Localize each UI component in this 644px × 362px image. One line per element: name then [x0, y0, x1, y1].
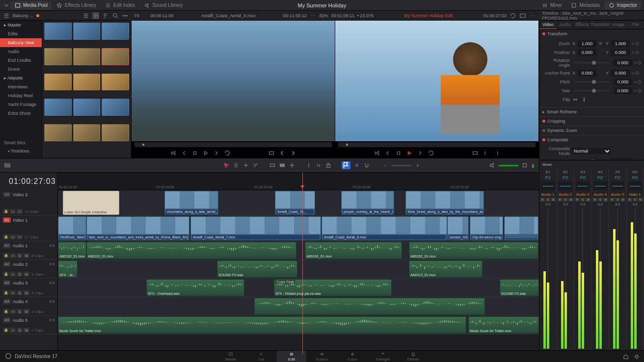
- media-thumb[interactable]: [44, 99, 72, 116]
- razor-icon[interactable]: [305, 162, 312, 169]
- insp-tab-file[interactable]: File: [627, 21, 644, 29]
- insert-icon[interactable]: [269, 162, 276, 169]
- mute-btn[interactable]: M: [24, 272, 29, 277]
- src-prev-icon[interactable]: [181, 150, 188, 156]
- strip-r-btn[interactable]: R: [592, 198, 597, 202]
- reset-icon[interactable]: [632, 52, 634, 53]
- strip-m-btn[interactable]: M: [568, 198, 573, 202]
- keyframe-icon[interactable]: [635, 42, 639, 46]
- enable-btn[interactable]: ▭: [10, 209, 16, 214]
- lock-btn[interactable]: 🔒: [3, 309, 9, 314]
- media-thumb[interactable]: [102, 74, 129, 91]
- page-tab-fairlight[interactable]: Fairlight: [368, 351, 398, 362]
- src-first-frame-icon[interactable]: [170, 150, 177, 156]
- enable-btn[interactable]: ▭: [10, 309, 16, 314]
- clip[interactable]: AA0113_01.mov: [409, 260, 483, 278]
- snap-icon[interactable]: [363, 162, 370, 169]
- strip-s-btn[interactable]: S: [545, 198, 550, 202]
- media-thumb[interactable]: [44, 48, 72, 65]
- strip-s-btn[interactable]: S: [563, 198, 568, 202]
- strip-m-btn[interactable]: M: [638, 198, 643, 202]
- rotation-input[interactable]: [614, 59, 632, 66]
- media-thumb[interactable]: [102, 99, 129, 116]
- page-tab-media[interactable]: Media: [216, 351, 245, 362]
- insp-composite[interactable]: Composite: [539, 135, 644, 144]
- media-thumb[interactable]: [73, 74, 101, 91]
- tl-stop-icon[interactable]: [395, 150, 402, 156]
- menu-effects-library[interactable]: Effects Library: [53, 1, 100, 10]
- menu-media-pool[interactable]: Media Pool: [11, 1, 52, 10]
- src-next-icon[interactable]: [213, 150, 220, 156]
- clip[interactable]: thick_forest_along_a_lake_by_the_mountai…: [405, 191, 484, 215]
- zoom-y-input[interactable]: [611, 40, 630, 47]
- clip[interactable]: AB0102_01.mov: [305, 242, 402, 259]
- strip-s-btn[interactable]: S: [633, 198, 638, 202]
- trim-tool-icon[interactable]: [233, 162, 240, 169]
- source-clip-name[interactable]: Amalfi_Coast_Aerial_8.mov: [201, 13, 256, 18]
- lock-icon[interactable]: [325, 162, 332, 169]
- zoom-slider[interactable]: [392, 165, 411, 166]
- view-mode-icon[interactable]: [519, 12, 526, 19]
- mixer-strip-a5[interactable]: A5 EQ Audio 5 RSM 0.0: [609, 169, 627, 350]
- source-viewer-image[interactable]: [132, 21, 335, 141]
- strip-s-btn[interactable]: S: [615, 198, 620, 202]
- keyframe-icon[interactable]: [635, 51, 639, 54]
- replace-icon[interactable]: [289, 162, 295, 169]
- insp-dynamic-zoom[interactable]: Dynamic Zoom: [539, 126, 644, 135]
- search-icon[interactable]: [112, 12, 119, 19]
- menu-metadata[interactable]: Metadata: [567, 1, 604, 10]
- keyframe-icon[interactable]: [635, 71, 639, 75]
- view-thumb-icon[interactable]: [92, 12, 99, 19]
- strip-m-btn[interactable]: M: [586, 198, 590, 202]
- media-thumb[interactable]: [44, 74, 72, 91]
- clip[interactable]: SFX - Je...: [58, 260, 78, 278]
- tl-in-icon[interactable]: [483, 150, 489, 156]
- insp-smart-reframe[interactable]: ▸Smart Reframe: [539, 107, 644, 116]
- enable-btn[interactable]: ▭: [17, 234, 23, 239]
- tl-next-icon[interactable]: [417, 150, 424, 156]
- track-lane-v2[interactable]: Lower 3rd Simple Underlinemountains_alon…: [58, 190, 539, 216]
- src-out-icon[interactable]: [290, 150, 296, 156]
- lock-btn[interactable]: 🔒: [3, 209, 9, 214]
- track-header-a2[interactable]: A2Audio 22.0 🔒▭SM5 Clips: [0, 260, 57, 279]
- page-tab-cut[interactable]: Cut: [246, 351, 276, 362]
- bin-item[interactable]: Edits: [0, 29, 42, 38]
- marker-tool-icon[interactable]: [353, 162, 360, 169]
- clip[interactable]: RedRock_Talent_3...: [58, 216, 86, 240]
- insp-tab-image[interactable]: Image: [610, 21, 627, 29]
- lock-btn[interactable]: 🔒: [3, 253, 9, 258]
- yaw-slider[interactable]: [574, 90, 610, 91]
- track-header-a4[interactable]: A4Audio 42.0 🔒▭SM3 Clips: [0, 297, 57, 316]
- volume-slider[interactable]: [499, 165, 518, 166]
- track-lane-a2[interactable]: SFX - Je...SOUND FX.wavAA0113_01.mov: [58, 260, 539, 279]
- clip[interactable]: AB0102_01.mov: [86, 242, 296, 259]
- overwrite-icon[interactable]: [279, 162, 286, 169]
- clip[interactable]: AB0102_01.mov: [58, 242, 86, 259]
- clip[interactable]: Music Score for Trailer.mov: [468, 316, 539, 334]
- solo-btn[interactable]: S: [17, 309, 23, 314]
- home-icon[interactable]: [622, 353, 629, 360]
- clip[interactable]: Amalfi_Coast_Aerial_8.mov: [322, 216, 447, 240]
- page-tab-edit[interactable]: Edit: [277, 351, 306, 362]
- solo-btn[interactable]: S: [17, 272, 23, 277]
- pitch-slider[interactable]: [574, 81, 610, 82]
- enable-btn[interactable]: ▭: [10, 272, 16, 277]
- dim-icon[interactable]: [521, 162, 528, 169]
- insp-transform-header[interactable]: Transform: [539, 29, 644, 38]
- clip[interactable]: Music Score for Trailer.mov: [58, 316, 466, 334]
- page-tab-fusion[interactable]: Fusion: [307, 351, 337, 362]
- smartbin-item[interactable]: ▪ Timelines: [0, 147, 42, 155]
- bin-dropdown-icon[interactable]: [3, 12, 10, 19]
- tl-loop-icon[interactable]: [428, 150, 434, 156]
- bin-airports[interactable]: ▸ Airports: [0, 74, 42, 82]
- strip-m-btn[interactable]: M: [551, 198, 556, 202]
- media-thumb[interactable]: [73, 48, 101, 65]
- strip-s-btn[interactable]: S: [598, 198, 603, 202]
- strip-r-btn[interactable]: R: [575, 198, 580, 202]
- mute-btn[interactable]: M: [24, 328, 29, 333]
- clip[interactable]: SFX - Overhead.wav: [146, 279, 244, 296]
- sort-icon[interactable]: [102, 12, 109, 19]
- clip[interactable]: [254, 298, 485, 315]
- keyframe-icon[interactable]: [638, 61, 642, 65]
- keyframe-icon[interactable]: [638, 89, 642, 93]
